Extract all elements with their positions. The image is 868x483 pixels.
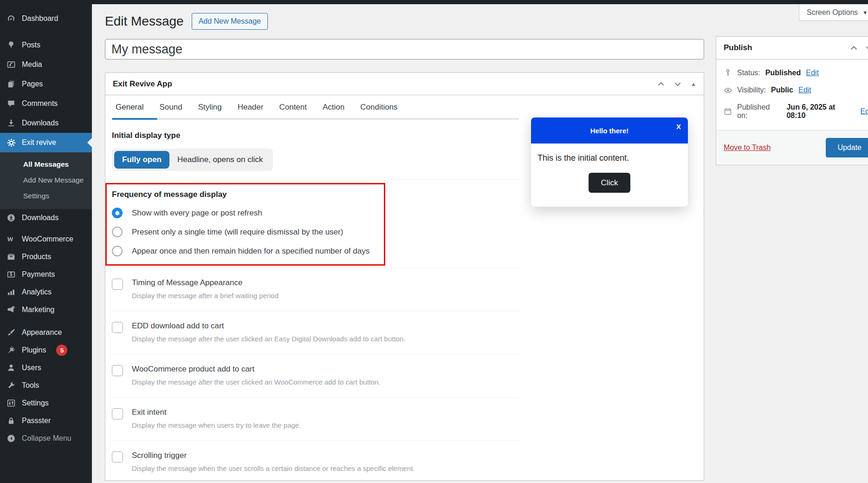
sidebar-item-settings[interactable]: Settings: [0, 394, 92, 412]
status-row: Status: Published Edit: [724, 69, 868, 77]
update-button[interactable]: Update: [826, 138, 868, 157]
frequency-option-every-refresh[interactable]: Show with every page or post refresh: [112, 208, 519, 218]
published-on-edit-link[interactable]: Edit: [860, 107, 868, 116]
sidebar-item-dashboard[interactable]: Dashboard: [0, 9, 92, 28]
chevron-down-icon: ▼: [862, 10, 868, 15]
sidebar-item-pages[interactable]: Pages: [0, 74, 92, 94]
tab-header[interactable]: Header: [238, 103, 264, 118]
fully-open-button[interactable]: Fully open: [114, 151, 169, 169]
move-to-trash-link[interactable]: Move to Trash: [724, 144, 771, 152]
gear-icon: [6, 138, 16, 147]
trigger-row-timing: Timing of Message Appearance Display the…: [112, 268, 519, 311]
sidebar-item-analytics[interactable]: Analytics: [0, 283, 92, 301]
metabox-header[interactable]: Exit Revive App ▲: [105, 73, 704, 95]
move-up-icon[interactable]: [850, 44, 858, 52]
sidebar-item-label: Plugins: [22, 346, 46, 354]
bar-chart-icon: [6, 287, 16, 297]
woocommerce-add-to-cart-checkbox[interactable]: [112, 365, 123, 376]
section-divider: [112, 179, 519, 180]
sidebar-item-label: Appearance: [22, 328, 62, 337]
radio-unselected[interactable]: [112, 246, 123, 256]
radio-selected[interactable]: [112, 208, 123, 218]
sidebar-item-tools[interactable]: Tools: [0, 377, 92, 394]
frequency-option-hidden-days[interactable]: Appear once and then remain hidden for a…: [112, 246, 519, 256]
sidebar-item-payments[interactable]: $ Payments: [0, 266, 92, 283]
user-icon: [6, 363, 16, 372]
publish-header[interactable]: Publish: [716, 37, 868, 59]
collapse-icon: [6, 434, 16, 443]
headline-opens-on-click-button[interactable]: Headline, opens on click: [169, 151, 271, 169]
add-new-message-button[interactable]: Add New Message: [192, 13, 268, 30]
trigger-title: Scrolling trigger: [132, 451, 415, 460]
brush-icon: [6, 328, 16, 337]
popup-click-button[interactable]: Click: [589, 173, 630, 193]
sidebar-item-label: Payments: [22, 270, 55, 279]
move-up-icon[interactable]: [657, 80, 665, 88]
tab-styling[interactable]: Styling: [198, 103, 222, 118]
sidebar-item-passster[interactable]: Passster: [0, 412, 92, 430]
submenu-item-all-messages[interactable]: All Messages: [0, 157, 92, 172]
wrench-icon: [6, 381, 16, 390]
sidebar-item-comments[interactable]: Comments: [0, 94, 92, 113]
tab-content[interactable]: Content: [279, 103, 307, 118]
sidebar-item-appearance[interactable]: Appearance: [0, 324, 92, 341]
trigger-title: WooCommerce product add to cart: [132, 365, 381, 374]
sidebar-item-exit-revive[interactable]: Exit revive: [0, 133, 92, 152]
message-title-input[interactable]: [105, 39, 704, 59]
status-value: Published: [765, 69, 801, 77]
woocommerce-icon: [6, 235, 16, 244]
submenu-item-add-new-message[interactable]: Add New Message: [0, 172, 92, 188]
trigger-row-woocommerce: WooCommerce product add to cart Display …: [112, 354, 519, 398]
sidebar-item-plugins[interactable]: Plugins 5: [0, 341, 92, 359]
scrolling-trigger-checkbox[interactable]: [112, 451, 123, 463]
sidebar-item-woocommerce[interactable]: WooCommerce: [0, 230, 92, 248]
sidebar-item-downloads-edd[interactable]: Downloads: [0, 209, 92, 227]
exit-revive-submenu: All Messages Add New Message Settings: [0, 152, 92, 209]
close-icon[interactable]: X: [676, 123, 681, 131]
tab-conditions[interactable]: Conditions: [360, 103, 397, 118]
comment-icon: [6, 99, 16, 108]
visibility-row: Visibility: Public Edit: [724, 86, 868, 94]
timing-checkbox[interactable]: [112, 279, 123, 290]
sidebar-item-label: Tools: [22, 381, 39, 390]
submenu-item-settings[interactable]: Settings: [0, 188, 92, 204]
sliders-icon: [6, 398, 16, 408]
sidebar-item-label: Collapse Menu: [22, 434, 71, 443]
tab-general[interactable]: General: [116, 103, 143, 118]
move-down-icon[interactable]: [674, 80, 681, 88]
sidebar-item-posts[interactable]: Posts: [0, 35, 92, 55]
visibility-edit-link[interactable]: Edit: [798, 86, 811, 94]
trigger-text: WooCommerce product add to cart Display …: [132, 365, 381, 386]
sidebar-item-products[interactable]: Products: [0, 248, 92, 266]
sidebar-item-downloads[interactable]: Downloads: [0, 113, 92, 133]
submenu-label: All Messages: [23, 160, 69, 169]
edd-add-to-cart-checkbox[interactable]: [112, 322, 123, 333]
sidebar-item-label: WooCommerce: [22, 235, 73, 243]
radio-unselected[interactable]: [112, 227, 123, 237]
trigger-description: Display the message after a brief waitin…: [132, 292, 279, 300]
tab-action[interactable]: Action: [323, 103, 344, 118]
media-icon: [6, 60, 16, 69]
collapse-toggle-icon[interactable]: ▲: [691, 81, 696, 87]
initial-display-type-label: Initial display type: [112, 131, 519, 140]
metabox-actions: ▲: [657, 80, 696, 88]
tab-sound[interactable]: Sound: [159, 103, 182, 118]
frequency-option-single-time[interactable]: Present only a single time (will require…: [112, 227, 519, 237]
screen-options-tab[interactable]: Screen Options ▼: [799, 4, 868, 21]
active-menu-arrow: [87, 138, 92, 147]
move-down-icon[interactable]: [865, 44, 868, 52]
sidebar-item-media[interactable]: Media: [0, 55, 92, 74]
sidebar-item-users[interactable]: Users: [0, 359, 92, 377]
sidebar-item-marketing[interactable]: Marketing: [0, 301, 92, 319]
plug-icon: [6, 346, 16, 355]
admin-top-bar: [0, 0, 868, 4]
trigger-row-edd: EDD download add to cart Display the mes…: [112, 311, 519, 354]
key-icon: [724, 69, 732, 77]
sidebar-item-collapse-menu[interactable]: Collapse Menu: [0, 430, 92, 447]
sidebar-item-label: Dashboard: [22, 14, 58, 23]
megaphone-icon: [6, 305, 16, 314]
sidebar-item-label: Passster: [22, 417, 51, 425]
sidebar-separator: [0, 28, 92, 35]
status-edit-link[interactable]: Edit: [806, 69, 819, 77]
exit-intent-checkbox[interactable]: [112, 408, 123, 419]
